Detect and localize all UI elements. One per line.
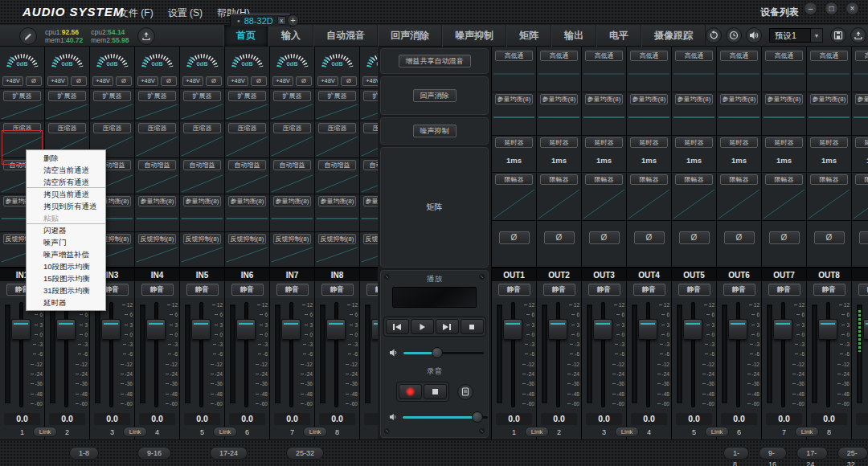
preset-select[interactable]: 预设1 ▼ [769,28,823,43]
context-menu-item[interactable]: 噪声门 [27,236,105,248]
output-eq-button[interactable]: 参量均衡(8) [720,94,758,104]
context-menu-item[interactable]: 31段图示均衡 [27,284,105,296]
auto-gain-button[interactable]: 自动增益 [273,160,311,170]
device-list-button[interactable]: 设备列表 [760,6,799,19]
auto-gain-button[interactable]: 自动增益 [138,160,176,170]
output-eq-button[interactable]: 参量均衡(8) [675,94,713,104]
expander-button[interactable]: 扩展器 [138,91,176,101]
feedback-suppress-button[interactable]: 反馈抑制(8) [183,234,221,244]
mute-button[interactable]: 静音 [588,284,620,296]
fader-handle[interactable] [236,319,256,340]
expander-button[interactable]: 扩展器 [48,91,86,101]
bank-tab[interactable]: 1-8 [723,447,749,460]
slider-thumb[interactable] [472,411,483,423]
hilo-pass-button[interactable]: 高低通 [720,51,758,61]
bank-tab[interactable]: 25-32 [837,447,868,460]
delay-button[interactable]: 延时器 [855,137,868,148]
limiter-button[interactable]: 限幅器 [540,174,578,185]
export-preset-button[interactable] [850,27,866,43]
hilo-pass-button[interactable]: 高低通 [630,51,668,61]
fader-track[interactable] [691,302,695,407]
mute-button[interactable]: 静音 [858,284,868,296]
main-tab[interactable]: 首页 [223,25,268,47]
hilo-pass-button[interactable]: 高低通 [540,51,578,61]
link-button[interactable]: Link [525,427,549,437]
phase-invert-button[interactable]: Ø [724,231,755,244]
expander-button[interactable]: 扩展器 [273,91,311,101]
phantom-power-button[interactable]: +48V [2,76,23,86]
mute-button[interactable]: 静音 [141,284,174,296]
expander-button[interactable]: 扩展器 [93,91,131,101]
next-track-button[interactable] [436,319,459,334]
output-eq-button[interactable]: 参量均衡(8) [585,94,623,104]
fader-handle[interactable] [818,319,837,340]
menu-item[interactable]: 设置 (S) [168,6,203,20]
context-menu-item[interactable]: 拷贝到所有通道 [27,200,105,212]
add-device-tab-button[interactable]: + [287,14,299,27]
playback-volume-slider[interactable] [403,347,484,358]
link-button[interactable]: Link [795,427,819,437]
parametric-eq-button[interactable]: 参量均衡(8) [228,196,266,206]
fader-track[interactable] [556,302,560,407]
compressor-button[interactable]: 压缩器 [138,123,176,133]
phase-invert-button[interactable]: Ø [341,76,357,86]
hilo-pass-button[interactable]: 高低通 [855,51,868,61]
fader-track[interactable] [736,302,740,407]
phantom-power-button[interactable]: +48V [227,76,248,86]
main-tab[interactable]: 自动混音 [313,25,378,47]
close-icon[interactable]: × [845,2,859,15]
fader-track[interactable] [334,302,338,407]
limiter-button[interactable]: 限幅器 [765,174,803,185]
tab-close-icon[interactable]: x [277,16,286,25]
noise-suppress-button[interactable]: 噪声抑制 [413,125,457,137]
fader-track[interactable] [19,302,23,407]
fader-handle[interactable] [728,319,747,340]
menu-item[interactable]: 文件 (F) [119,6,154,20]
context-menu-item[interactable]: 闪避器 [27,224,105,236]
fader-track[interactable] [64,302,68,407]
fader-track[interactable] [601,302,605,407]
record-volume-slider[interactable] [403,411,488,423]
expander-button[interactable]: 扩展器 [183,91,221,101]
output-eq-button[interactable]: 参量均衡(8) [765,94,803,104]
previous-track-button[interactable] [386,319,409,334]
limiter-button[interactable]: 限幅器 [720,174,758,185]
context-menu-item[interactable]: 噪声增益补偿 [27,248,105,260]
parametric-eq-button[interactable]: 参量均衡(8) [363,196,378,206]
history-button[interactable] [726,27,742,43]
fader-track[interactable] [199,302,203,407]
compressor-button[interactable]: 压缩器 [273,123,311,133]
phase-invert-button[interactable]: Ø [589,231,620,244]
parametric-eq-button[interactable]: 参量均衡(8) [273,196,311,206]
feedback-suppress-button[interactable]: 反馈抑制(8) [228,234,266,244]
expander-button[interactable]: 扩展器 [363,91,378,101]
phase-invert-button[interactable]: Ø [679,231,710,244]
output-eq-button[interactable]: 参量均衡(8) [855,94,868,104]
context-menu-item[interactable]: 清空当前通道 [27,164,105,176]
bank-tab[interactable]: 17-24 [210,447,248,460]
limiter-button[interactable]: 限幅器 [675,174,713,185]
parametric-eq-button[interactable]: 参量均衡(8) [183,196,221,206]
main-tab[interactable]: 摄像跟踪 [641,25,706,47]
mute-button[interactable]: 静音 [543,284,575,296]
hilo-pass-button[interactable]: 高低通 [495,51,533,61]
phantom-power-button[interactable]: +48V [47,76,68,86]
link-button[interactable]: Link [303,427,327,437]
record-file-button[interactable] [457,384,473,400]
mute-button[interactable]: 静音 [768,284,800,296]
output-eq-button[interactable]: 参量均衡(8) [495,94,533,104]
record-stop-button[interactable] [424,384,447,399]
phantom-power-button[interactable]: +48V [92,76,113,86]
fader-track[interactable] [826,302,830,407]
fader-handle[interactable] [773,319,792,340]
mute-button[interactable]: 静音 [633,284,665,296]
main-tab[interactable]: 输出 [551,25,596,47]
auto-gain-button[interactable]: 自动增益 [183,160,221,170]
maximize-icon[interactable]: □ [825,2,838,15]
link-button[interactable]: Link [615,427,639,437]
phase-invert-button[interactable]: Ø [71,76,87,86]
auto-gain-button[interactable]: 自动增益 [363,160,378,170]
phase-invert-button[interactable]: Ø [499,231,530,244]
fader-handle[interactable] [101,319,121,340]
phase-invert-button[interactable]: Ø [116,76,132,86]
